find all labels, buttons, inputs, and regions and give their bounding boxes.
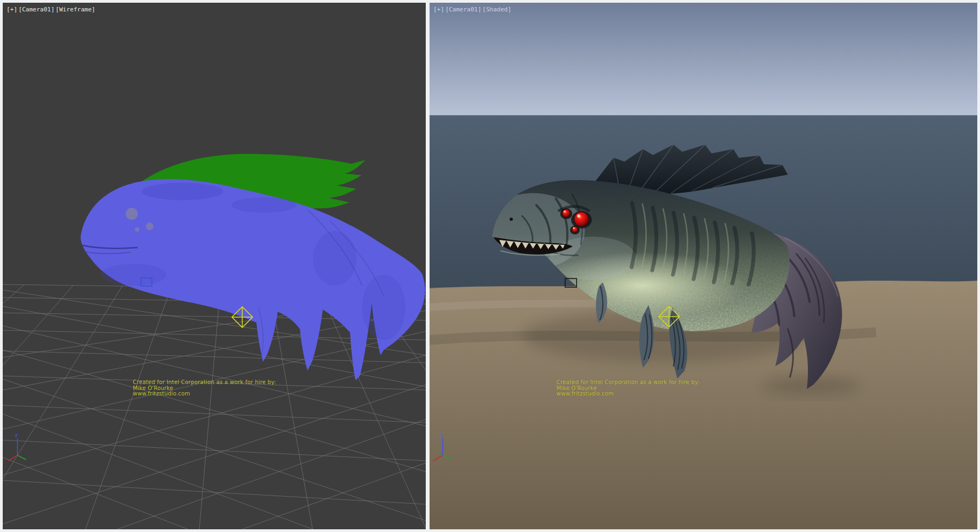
viewport-shading-label[interactable]: [Shaded] bbox=[482, 6, 511, 13]
axis-z-label: z bbox=[15, 432, 17, 438]
eye-small bbox=[572, 227, 578, 233]
viewport-menu-button[interactable]: [+] bbox=[7, 6, 17, 13]
viewport-camera-label[interactable]: [Camera01] bbox=[19, 6, 54, 13]
viewport-camera01-wireframe[interactable]: z [+] [Camera01] [Wireframe] Created for… bbox=[3, 3, 426, 529]
eye-large bbox=[574, 212, 589, 227]
viewport-camera01-shaded[interactable]: z [+] [Camera01] [Shaded] Created for In… bbox=[430, 3, 977, 529]
watermark-text: Created for Intel Corporation as a work … bbox=[133, 380, 276, 397]
axis-z-label: z bbox=[440, 432, 443, 438]
watermark-line-1: Created for Intel Corporation as a work … bbox=[133, 380, 276, 386]
watermark-line-3: www.fritzstudio.com bbox=[556, 391, 700, 397]
sky bbox=[430, 3, 977, 115]
watermark-text: Created for Intel Corporation as a work … bbox=[556, 380, 700, 397]
watermark-line-3: www.fritzstudio.com bbox=[133, 391, 276, 397]
eye-medium bbox=[562, 209, 571, 218]
viewport-label-right: [+] [Camera01] [Shaded] bbox=[433, 6, 511, 13]
watermark-line-1: Created for Intel Corporation as a work … bbox=[556, 380, 700, 386]
viewport-split: z [+] [Camera01] [Wireframe] Created for… bbox=[0, 0, 980, 532]
viewport-camera-label[interactable]: [Camera01] bbox=[445, 6, 481, 13]
viewport-label-left: [+] [Camera01] [Wireframe] bbox=[7, 6, 95, 13]
nostril bbox=[510, 218, 513, 221]
viewport-menu-button[interactable]: [+] bbox=[433, 6, 444, 13]
viewport-shading-label[interactable]: [Wireframe] bbox=[56, 6, 95, 13]
